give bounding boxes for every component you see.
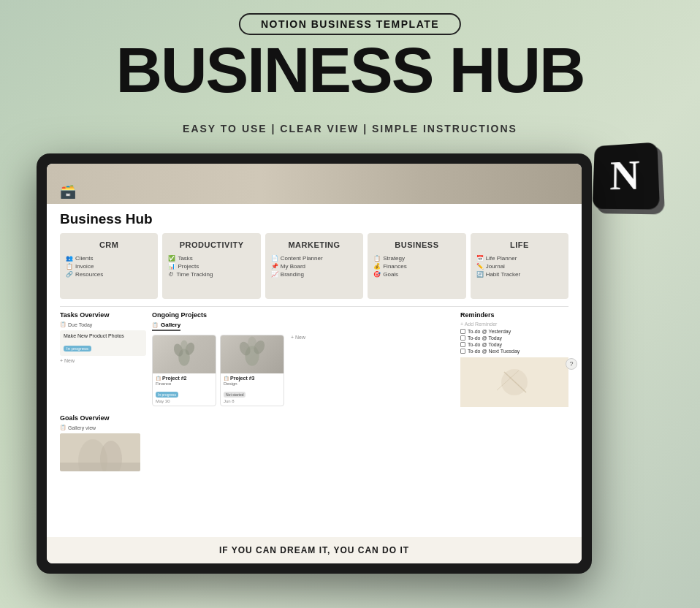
quote-text: IF YOU CAN DREAM IT, YOU CAN DO IT (219, 545, 409, 555)
productivity-item-tasks[interactable]: ✅Tasks (168, 255, 254, 262)
crm-item-clients[interactable]: 👥Clients (66, 255, 152, 262)
gallery-tab[interactable]: 📋 Gallery (152, 322, 180, 331)
reminder-label-1: To-do @ Yesterday (468, 329, 511, 334)
add-reminder[interactable]: + Add Reminder (460, 322, 568, 327)
projects-title: Ongoing Projects (152, 311, 454, 319)
svg-point-7 (248, 337, 256, 350)
marketing-items: 📄Content Planner 📌My Board 📈Branding (271, 255, 357, 278)
task-item[interactable]: Make New Product Photos In progress (60, 330, 146, 356)
reminder-checkbox-3[interactable] (460, 342, 465, 347)
business-item-finances[interactable]: 💰Finances (373, 263, 460, 270)
laptop-frame: 🗃️ Business Hub CRM 👥Clients 📋Invoice 🔗R… (37, 153, 592, 574)
category-marketing[interactable]: MARKETING 📄Content Planner 📌My Board 📈Br… (265, 233, 363, 299)
marketing-item-branding[interactable]: 📈Branding (271, 271, 357, 278)
reminder-item-4[interactable]: To-do @ Next Tuesday (460, 349, 568, 354)
crm-item-resources[interactable]: 🔗Resources (66, 271, 152, 278)
add-new-project[interactable]: + New (288, 335, 308, 406)
reminder-label-4: To-do @ Next Tuesday (468, 349, 520, 354)
project-name-1: 📋 Project #2 (156, 376, 213, 381)
briefcase-icon: 🗃️ (60, 183, 76, 200)
notion-letter: N (609, 154, 640, 197)
notion-page: Business Hub CRM 👥Clients 📋Invoice 🔗Reso… (47, 204, 582, 480)
project-date-1: May 30 (156, 399, 213, 403)
goals-view[interactable]: 📋 Gallery view (60, 425, 146, 430)
project-info-1: 📋 Project #2 Finance In progress May 30 (153, 373, 216, 406)
marketing-item-board[interactable]: 📌My Board (271, 263, 357, 270)
project-flower-svg-2 (221, 335, 284, 373)
screen-header-image: 🗃️ (47, 164, 582, 204)
productivity-item-timetracking[interactable]: ⏱Time Tracking (168, 271, 254, 278)
quote-bar: IF YOU CAN DREAM IT, YOU CAN DO IT (47, 537, 582, 563)
goals-title: Goals Overview (60, 414, 146, 422)
tasks-due-today[interactable]: 📋 Due Today (60, 322, 146, 327)
svg-rect-15 (60, 463, 140, 471)
project-flower-svg-1 (153, 335, 216, 373)
life-item-planner[interactable]: 📅Life Planner (476, 255, 563, 262)
reminder-image (460, 357, 568, 407)
life-item-journal[interactable]: ✏️Journal (476, 263, 563, 270)
project-cards: 📋 Project #2 Finance In progress May 30 (152, 335, 454, 406)
goals-overview-section: Goals Overview 📋 Gallery view (60, 414, 146, 471)
bottom-sections: Tasks Overview 📋 Due Today Make New Prod… (60, 311, 568, 407)
reminders-section: Reminders + Add Reminder To-do @ Yesterd… (460, 311, 568, 407)
project-image-2 (221, 335, 284, 373)
notion-icon: N (593, 142, 660, 209)
reminder-item-1[interactable]: To-do @ Yesterday (460, 329, 568, 334)
category-life[interactable]: LIFE 📅Life Planner ✏️Journal 🔄Habit Trac… (471, 233, 568, 299)
productivity-item-projects[interactable]: 📊Projects (168, 263, 254, 270)
category-business[interactable]: BUSINESS 📋Strategy 💰Finances 🎯Goals (368, 233, 465, 299)
project-date-2: Jun 8 (224, 399, 281, 403)
categories-row: CRM 👥Clients 📋Invoice 🔗Resources PRODUCT… (60, 233, 568, 299)
reminder-item-3[interactable]: To-do @ Today (460, 342, 568, 347)
life-title: LIFE (476, 240, 563, 249)
reminder-item-2[interactable]: To-do @ Today (460, 335, 568, 341)
productivity-title: PRODUCTIVITY (168, 240, 254, 249)
divider (60, 306, 568, 307)
help-button[interactable]: ? (566, 358, 577, 370)
crm-item-invoice[interactable]: 📋Invoice (66, 263, 152, 270)
tasks-overview-section: Tasks Overview 📋 Due Today Make New Prod… (60, 311, 146, 407)
reminder-svg (460, 357, 568, 407)
productivity-items: ✅Tasks 📊Projects ⏱Time Tracking (168, 255, 254, 278)
subtitle: EASY TO USE | CLEAR VIEW | SIMPLE INSTRU… (183, 123, 517, 134)
goals-thumbnail (60, 433, 140, 471)
main-title: BUSINESS HUB (116, 38, 585, 102)
tasks-overview-title: Tasks Overview (60, 311, 146, 319)
projects-section: Ongoing Projects 📋 Gallery (152, 311, 454, 407)
reminders-title: Reminders (460, 311, 568, 319)
task-status-badge: In progress (64, 346, 91, 352)
crm-items: 👥Clients 📋Invoice 🔗Resources (66, 255, 152, 278)
project-badge-1: In progress (156, 392, 178, 398)
top-badge: NOTION BUSINESS TEMPLATE (239, 13, 461, 35)
reminder-label-2: To-do @ Today (468, 335, 502, 341)
life-item-habit[interactable]: 🔄Habit Tracker (476, 271, 563, 278)
business-items: 📋Strategy 💰Finances 🎯Goals (373, 255, 460, 278)
goals-svg (60, 433, 140, 471)
reminder-label-3: To-do @ Today (468, 342, 502, 347)
gallery-tab-label: Gallery (161, 322, 180, 328)
laptop-screen: 🗃️ Business Hub CRM 👥Clients 📋Invoice 🔗R… (47, 164, 582, 563)
svg-point-3 (180, 340, 188, 352)
reminder-checkbox-2[interactable] (460, 335, 465, 341)
marketing-title: MARKETING (271, 240, 357, 249)
crm-title: CRM (66, 240, 152, 249)
goals-row: Goals Overview 📋 Gallery view (60, 411, 568, 471)
business-title: BUSINESS (373, 240, 460, 249)
project-card-1[interactable]: 📋 Project #2 Finance In progress May 30 (152, 335, 216, 406)
project-card-2[interactable]: 📋 Project #3 Design Not started Jun 8 (220, 335, 284, 406)
business-item-strategy[interactable]: 📋Strategy (373, 255, 460, 262)
project-image-1 (153, 335, 216, 373)
project-name-2: 📋 Project #3 (224, 376, 281, 381)
business-item-goals[interactable]: 🎯Goals (373, 271, 460, 278)
project-badge-2: Not started (224, 392, 246, 398)
task-name: Make New Product Photos (64, 333, 142, 338)
reminder-checkbox-4[interactable] (460, 349, 465, 354)
category-crm[interactable]: CRM 👥Clients 📋Invoice 🔗Resources (60, 233, 158, 299)
reminder-checkbox-1[interactable] (460, 329, 465, 334)
life-items: 📅Life Planner ✏️Journal 🔄Habit Tracker (476, 255, 563, 278)
project-info-2: 📋 Project #3 Design Not started Jun 8 (221, 373, 284, 406)
add-new-task[interactable]: + New (60, 358, 146, 363)
page-title: Business Hub (60, 204, 568, 233)
category-productivity[interactable]: PRODUCTIVITY ✅Tasks 📊Projects ⏱Time Trac… (162, 233, 260, 299)
marketing-item-content[interactable]: 📄Content Planner (271, 255, 357, 262)
